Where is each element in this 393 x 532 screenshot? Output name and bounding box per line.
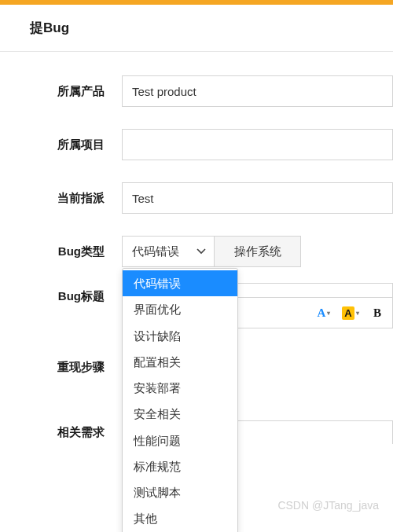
label-product: 所属产品 (0, 84, 122, 99)
project-input[interactable] (122, 129, 393, 160)
highlight-tool[interactable]: A▾ (339, 302, 362, 324)
watermark: CSDN @JTang_java (277, 499, 379, 512)
bugtype-dropdown: 代码错误界面优化设计缺陷配置相关安装部署安全相关性能问题标准规范测试脚本其他 (122, 268, 238, 532)
bugtype-value: 代码错误 (132, 244, 179, 259)
dropdown-option[interactable]: 其他 (123, 505, 237, 531)
dropdown-option[interactable]: 性能问题 (123, 427, 237, 453)
product-input[interactable] (122, 75, 393, 107)
label-steps: 重现步骤 (0, 360, 122, 375)
dropdown-option[interactable]: 安全相关 (123, 401, 237, 427)
row-bugtype: Bug类型 代码错误 操作系统 代码错误界面优化设计缺陷配置相关安装部署安全相关… (0, 236, 393, 267)
bug-form: 所属产品 所属项目 当前指派 Bug类型 代码错误 操作系统 代码错误界面优化设… (0, 52, 393, 444)
dropdown-option[interactable]: 界面优化 (123, 296, 237, 322)
os-button[interactable]: 操作系统 (215, 236, 301, 267)
caret-down-icon: ▾ (327, 310, 330, 317)
label-assigned: 当前指派 (0, 191, 122, 206)
caret-down-icon: ▾ (356, 310, 359, 317)
chevron-down-icon (196, 248, 206, 255)
label-requirement: 相关需求 (0, 425, 122, 440)
dropdown-option[interactable]: 测试脚本 (123, 479, 237, 505)
label-bugtype: Bug类型 (0, 244, 122, 259)
bugtype-select[interactable]: 代码错误 (122, 236, 215, 267)
row-project: 所属项目 (0, 129, 393, 160)
dropdown-option[interactable]: 设计缺陷 (123, 323, 237, 349)
page-header: 提Bug (0, 5, 393, 52)
row-assigned: 当前指派 (0, 182, 393, 214)
assigned-input[interactable] (122, 182, 393, 214)
dropdown-option[interactable]: 安装部署 (123, 375, 237, 401)
label-project: 所属项目 (0, 138, 122, 152)
font-color-tool[interactable]: A▾ (312, 302, 336, 324)
bold-tool[interactable]: B (365, 302, 389, 324)
page-title: 提Bug (30, 20, 69, 35)
label-title: Bug标题 (0, 283, 122, 304)
dropdown-option[interactable]: 标准规范 (123, 453, 237, 479)
row-product: 所属产品 (0, 75, 393, 107)
dropdown-option[interactable]: 代码错误 (123, 270, 237, 296)
dropdown-option[interactable]: 配置相关 (123, 349, 237, 375)
